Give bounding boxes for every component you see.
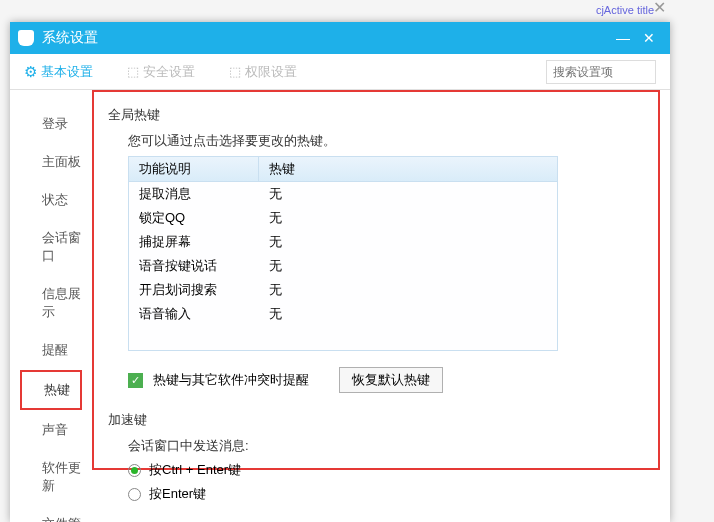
radio-icon — [128, 488, 141, 501]
table-header: 功能说明 热键 — [129, 157, 557, 182]
tab-basic[interactable]: ⚙ 基本设置 — [24, 63, 93, 81]
search-box — [546, 60, 656, 84]
table-row[interactable]: 语音输入无 — [129, 302, 557, 326]
radio-label: 按Ctrl + Enter键 — [149, 461, 241, 479]
sidebar-item[interactable]: 登录 — [20, 106, 82, 142]
bg-text: cjActive title — [596, 4, 654, 16]
window-title: 系统设置 — [42, 29, 98, 47]
conflict-label: 热键与其它软件冲突时提醒 — [153, 371, 309, 389]
sidebar-item[interactable]: 软件更新 — [20, 450, 82, 504]
sidebar-item[interactable]: 信息展示 — [20, 276, 82, 330]
table-row[interactable]: 提取消息无 — [129, 182, 557, 206]
cell-key: 无 — [259, 206, 557, 230]
radio-ctrl-enter[interactable]: 按Ctrl + Enter键 — [128, 461, 658, 479]
radio-icon — [128, 464, 141, 477]
table-row[interactable]: 开启划词搜索无 — [129, 278, 557, 302]
radio-enter[interactable]: 按Enter键 — [128, 485, 658, 503]
cell-func: 语音按键说话 — [129, 254, 259, 278]
tab-label: 基本设置 — [41, 63, 93, 81]
top-tabs: ⚙ 基本设置 ⬚ 安全设置 ⬚ 权限设置 — [10, 54, 670, 90]
table-row[interactable]: 捕捉屏幕无 — [129, 230, 557, 254]
tab-label: 权限设置 — [245, 63, 297, 81]
col-func: 功能说明 — [129, 157, 259, 181]
shield-icon: ⬚ — [127, 64, 139, 79]
search-input[interactable] — [546, 60, 656, 84]
cell-func: 开启划词搜索 — [129, 278, 259, 302]
cell-func: 提取消息 — [129, 182, 259, 206]
tab-security[interactable]: ⬚ 安全设置 — [127, 63, 195, 81]
hotkey-panel: 全局热键 您可以通过点击选择要更改的热键。 功能说明 热键 提取消息无锁定QQ无… — [92, 90, 660, 470]
hotkey-table: 功能说明 热键 提取消息无锁定QQ无捕捉屏幕无语音按键说话无开启划词搜索无语音输… — [128, 156, 558, 351]
cell-func: 锁定QQ — [129, 206, 259, 230]
section-title: 全局热键 — [108, 106, 658, 124]
sidebar-item[interactable]: 热键 — [20, 370, 82, 410]
col-key: 热键 — [259, 157, 557, 181]
tab-privacy[interactable]: ⬚ 权限设置 — [229, 63, 297, 81]
restore-default-button[interactable]: 恢复默认热键 — [339, 367, 443, 393]
panel-close-icon[interactable]: ✕ — [653, 0, 666, 17]
sidebar-item[interactable]: 主面板 — [20, 144, 82, 180]
cell-func: 语音输入 — [129, 302, 259, 326]
cell-key: 无 — [259, 254, 557, 278]
cell-key: 无 — [259, 182, 557, 206]
sidebar: 登录主面板状态会话窗口信息展示提醒热键声音软件更新文件管理文件共享音视频通话 — [10, 90, 92, 522]
send-label: 会话窗口中发送消息: — [128, 437, 658, 455]
section-title: 加速键 — [108, 411, 658, 429]
cell-key: 无 — [259, 278, 557, 302]
cell-key: 无 — [259, 302, 557, 326]
person-icon: ⬚ — [229, 64, 241, 79]
sidebar-item[interactable]: 会话窗口 — [20, 220, 82, 274]
sidebar-item[interactable]: 声音 — [20, 412, 82, 448]
sidebar-item[interactable]: 提醒 — [20, 332, 82, 368]
close-button[interactable]: ✕ — [636, 30, 662, 46]
cell-key: 无 — [259, 230, 557, 254]
settings-window: 系统设置 — ✕ ⚙ 基本设置 ⬚ 安全设置 ⬚ 权限设置 登录主面板状态会话窗… — [10, 22, 670, 522]
titlebar: 系统设置 — ✕ — [10, 22, 670, 54]
sidebar-item[interactable]: 文件管理 — [20, 506, 82, 522]
cell-func: 捕捉屏幕 — [129, 230, 259, 254]
radio-label: 按Enter键 — [149, 485, 206, 503]
conflict-checkbox[interactable]: ✓ — [128, 373, 143, 388]
minimize-button[interactable]: — — [610, 30, 636, 46]
app-icon — [18, 30, 34, 46]
hint-text: 您可以通过点击选择要更改的热键。 — [128, 132, 658, 150]
tab-label: 安全设置 — [143, 63, 195, 81]
table-row[interactable]: 语音按键说话无 — [129, 254, 557, 278]
table-row[interactable]: 锁定QQ无 — [129, 206, 557, 230]
gear-icon: ⚙ — [24, 63, 37, 81]
sidebar-item[interactable]: 状态 — [20, 182, 82, 218]
